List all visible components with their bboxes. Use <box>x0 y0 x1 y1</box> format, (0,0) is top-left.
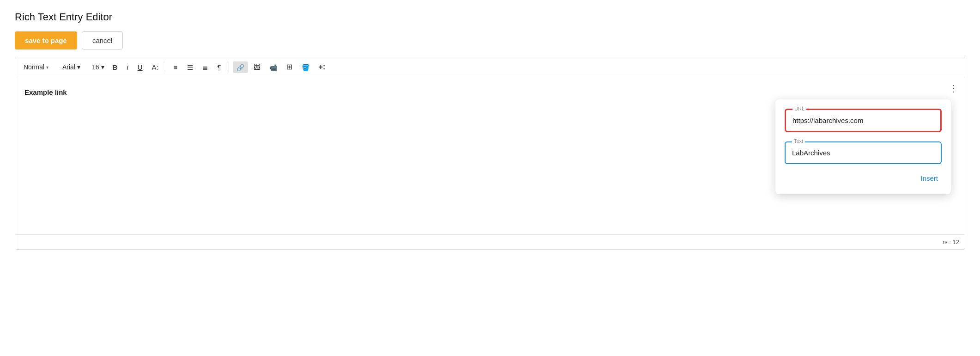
editor-toolbar: Normal ▾ Arial ▾ 16 ▾ B i U A: ≡ ☰ ≣ ¶ <box>15 57 965 77</box>
font-select-value: Arial <box>62 63 75 71</box>
size-dropdown[interactable]: 16 ▾ <box>89 61 107 73</box>
more-options-button[interactable] <box>949 83 958 94</box>
bold-button[interactable]: B <box>109 61 121 73</box>
link-popup: URL Text Insert <box>775 99 951 194</box>
text-label: Text <box>792 138 805 144</box>
more-tools-button[interactable]: +: <box>315 61 329 73</box>
url-input[interactable] <box>788 112 938 129</box>
action-toolbar: save to page cancel <box>15 31 965 49</box>
font-chevron-icon: ▾ <box>77 63 80 71</box>
image-button[interactable] <box>250 61 264 73</box>
style-dropdown[interactable]: Normal ▾ <box>21 61 58 73</box>
italic-button[interactable]: i <box>123 61 132 73</box>
url-label: URL <box>792 106 806 111</box>
paint-button[interactable] <box>298 61 313 73</box>
editor-text: Example link <box>24 88 67 96</box>
cancel-button[interactable]: cancel <box>82 31 123 49</box>
size-chevron-icon: ▾ <box>101 63 104 71</box>
video-button[interactable] <box>266 61 281 73</box>
underline-button[interactable]: U <box>134 61 146 73</box>
align-left-button[interactable]: ≡ <box>170 61 181 73</box>
link-button[interactable] <box>233 61 248 73</box>
popup-footer: Insert <box>785 172 942 185</box>
style-select-value: Normal <box>24 63 44 71</box>
table-icon <box>286 63 292 71</box>
page-title: Rich Text Entry Editor <box>15 11 965 23</box>
text-input[interactable] <box>787 144 939 161</box>
text-field-group: Text <box>785 141 942 164</box>
insert-button[interactable]: Insert <box>917 172 942 185</box>
three-dots-icon <box>949 84 958 93</box>
save-button[interactable]: save to page <box>15 31 77 49</box>
separator-2 <box>229 61 229 73</box>
editor-footer: rs : 12 <box>15 234 965 249</box>
align-center-button[interactable]: ☰ <box>183 61 197 73</box>
editor-container: Normal ▾ Arial ▾ 16 ▾ B i U A: ≡ ☰ ≣ ¶ <box>15 57 965 250</box>
separator-1 <box>166 61 166 73</box>
paint-icon <box>302 63 309 71</box>
url-field-group: URL <box>785 109 942 132</box>
link-icon <box>236 63 244 71</box>
plus-icon: +: <box>319 63 326 71</box>
font-color-button[interactable]: A: <box>148 61 162 73</box>
image-icon <box>254 63 260 71</box>
style-chevron-icon: ▾ <box>46 65 48 70</box>
list-button[interactable]: ≣ <box>199 61 212 73</box>
char-count: rs : 12 <box>943 239 959 246</box>
video-icon <box>269 63 277 71</box>
size-select-value: 16 <box>92 63 99 71</box>
table-button[interactable] <box>283 61 296 73</box>
pilcrow-button[interactable]: ¶ <box>214 61 225 73</box>
editor-body: Example link URL Text Insert <box>15 77 965 234</box>
font-dropdown[interactable]: Arial ▾ <box>60 61 87 73</box>
